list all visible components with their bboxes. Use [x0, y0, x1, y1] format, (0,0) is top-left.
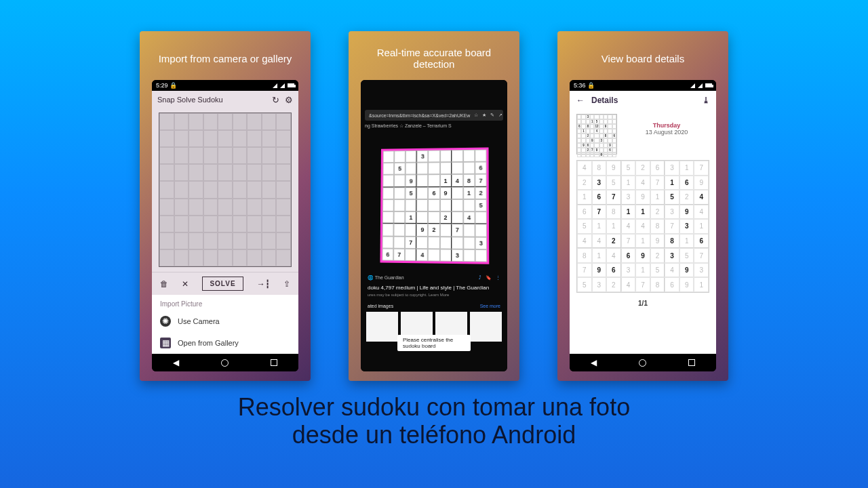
use-camera-label: Use Camera — [178, 317, 220, 325]
slide-2-caption: Real-time accurate board detection — [361, 41, 507, 76]
signal-icon — [698, 83, 703, 88]
date-label: 13 August 2020 — [624, 129, 709, 136]
import-icon[interactable]: →┇ — [257, 279, 270, 289]
nav-bar: ◀ — [152, 354, 298, 371]
import-sheet: Import Picture ✺Use Camera ▦Open from Ga… — [152, 295, 298, 354]
wifi-icon — [273, 83, 277, 88]
gallery-icon: ▦ — [160, 338, 171, 348]
solve-button[interactable]: SOLVE — [202, 277, 243, 291]
nav-recent-icon[interactable] — [271, 359, 277, 366]
slide-3-frame: View board details 5:36 🔒 ← Details ⤓ 31… — [557, 31, 728, 381]
camera-viewport: &source=lnms&tbm=isch&sa=X&ved=2ahUKEw ☆… — [361, 80, 507, 371]
nav-home-icon[interactable] — [221, 359, 229, 367]
result-subline: ures may be subject to copyright. Learn … — [368, 293, 449, 297]
star-icon: ☆ — [474, 113, 478, 117]
share-icon: ↗ — [498, 113, 502, 117]
bookmark-icon[interactable]: 🔖 — [486, 275, 492, 280]
mini-board: 31568129142869396927968 — [576, 114, 617, 155]
toolbar: 🗑 ✕ SOLVE →┇ ⇪ — [152, 272, 298, 295]
slide-2-device: &source=lnms&tbm=isch&sa=X&ved=2ahUKEw ☆… — [361, 80, 507, 371]
delete-icon[interactable]: 🗑 — [160, 279, 168, 289]
see-more-link[interactable]: See more — [480, 304, 500, 308]
share2-icon[interactable]: ⤴ — [479, 275, 481, 280]
star-fill-icon: ★ — [482, 113, 486, 117]
details-app-bar: ← Details ⤓ — [570, 91, 716, 110]
board-date: Thursday 13 August 2020 — [624, 114, 709, 136]
source-line: 🌐 The Guardian ⤴🔖⋮ — [368, 275, 500, 281]
related-label: ated images — [368, 304, 393, 308]
slide-3-caption: View board details — [570, 41, 716, 76]
slide-1-frame: Import from camera or gallery 5:29 🔒 Sna… — [140, 31, 311, 381]
status-right — [273, 83, 294, 88]
slides-row: Import from camera or gallery 5:29 🔒 Sna… — [0, 0, 868, 381]
status-time: 5:29 🔒 — [156, 82, 177, 89]
source-label: 🌐 The Guardian — [368, 275, 404, 281]
toast-message: Please centralise the sudoku board — [397, 335, 471, 351]
detected-board-overlay: 35691487569125124927736743 — [380, 148, 489, 264]
wifi-icon — [690, 83, 695, 88]
clear-icon[interactable]: ✕ — [182, 279, 189, 289]
nav-recent-icon[interactable] — [688, 359, 695, 366]
browser-url-bar[interactable]: &source=lnms&tbm=isch&sa=X&ved=2ahUKEw ☆… — [365, 110, 503, 121]
download-icon[interactable]: ⤓ — [703, 96, 709, 105]
status-bar-3: 5:36 🔒 — [570, 80, 716, 91]
status-time-3: 5:36 🔒 — [574, 82, 595, 89]
nav-home-icon[interactable] — [639, 359, 646, 367]
battery-icon — [705, 83, 712, 87]
slide-1-caption: Import from camera or gallery — [152, 41, 298, 76]
app-title: Snap Solve Sudoku — [157, 96, 223, 104]
main-title-line2: desde un teléfono Android — [0, 421, 868, 449]
camera-icon: ✺ — [160, 316, 171, 327]
sheet-header: Import Picture — [152, 295, 298, 310]
slide-1-device: 5:29 🔒 Snap Solve Sudoku ↻⚙ 🗑 ✕ SOLVE →┇… — [152, 80, 298, 371]
nav-back-icon[interactable]: ◀ — [173, 358, 179, 367]
use-camera-option[interactable]: ✺Use Camera — [152, 310, 298, 332]
main-title: Resolver sudoku con tomar una foto desde… — [0, 393, 868, 449]
back-icon[interactable]: ← — [576, 96, 585, 105]
share-icon[interactable]: ⇪ — [283, 279, 290, 289]
app-bar: Snap Solve Sudoku ↻⚙ — [152, 91, 298, 108]
details-body: 31568129142869396927968 Thursday 13 Augu… — [570, 110, 716, 354]
more-icon[interactable]: ⋮ — [496, 275, 500, 280]
pager-label: 1/1 — [576, 293, 709, 314]
sudoku-empty-grid[interactable] — [159, 113, 292, 267]
result-headline: doku 4,797 medium | Life and style | The… — [368, 285, 500, 291]
url-text: &source=lnms&tbm=isch&sa=X&ved=2ahUKEw — [369, 113, 470, 118]
details-title: Details — [591, 96, 618, 105]
slide-2-frame: Real-time accurate board detection &sour… — [349, 31, 519, 381]
dow-label: Thursday — [624, 122, 709, 129]
browser-tabs: ng Strawberries ☆ Zanzele – Terrarium S — [365, 122, 503, 130]
settings-icon[interactable]: ⚙ — [285, 95, 293, 105]
status-bar: 5:29 🔒 — [152, 80, 298, 91]
battery-icon — [288, 83, 294, 87]
nav-bar-3: ◀ — [570, 354, 716, 371]
grid-area — [152, 108, 298, 272]
open-gallery-label: Open from Gallery — [178, 339, 239, 347]
solved-board: 4895263172351471691673915246781123945114… — [576, 160, 709, 293]
slide-3-device: 5:36 🔒 ← Details ⤓ 315681291428693969279… — [570, 80, 716, 371]
history-icon[interactable]: ↻ — [272, 95, 279, 105]
signal-icon — [280, 83, 285, 88]
main-title-line1: Resolver sudoku con tomar una foto — [0, 393, 868, 421]
related-row: ated imagesSee more — [368, 304, 500, 308]
pen-icon: ✎ — [490, 113, 494, 117]
open-gallery-option[interactable]: ▦Open from Gallery — [152, 332, 298, 354]
nav-back-icon[interactable]: ◀ — [591, 358, 597, 367]
